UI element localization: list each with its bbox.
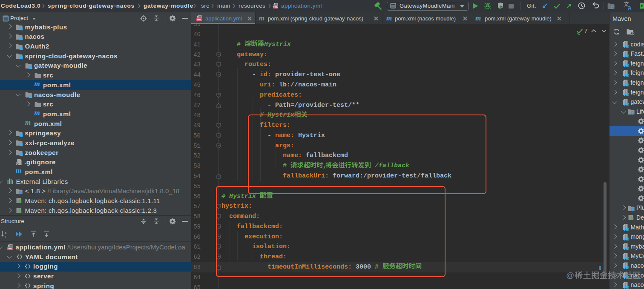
svg-text:m: m: [624, 225, 629, 232]
svg-text:m: m: [624, 61, 629, 68]
svg-text:a: a: [5, 231, 6, 234]
svg-text:m: m: [624, 244, 629, 251]
svg-text:m: m: [624, 100, 629, 107]
svg-text:YML: YML: [7, 247, 13, 250]
svg-text:m: m: [624, 235, 629, 242]
svg-text:m: m: [624, 52, 629, 59]
svg-text:YML: YML: [273, 6, 278, 8]
svg-text:S: S: [632, 32, 634, 35]
svg-text:m: m: [624, 90, 629, 97]
svg-text:YML: YML: [196, 18, 202, 21]
svg-text:z: z: [5, 235, 6, 238]
svg-text:m: m: [624, 254, 629, 261]
svg-text:A: A: [628, 5, 632, 11]
svg-text:m: m: [624, 81, 629, 88]
svg-text:m: m: [624, 283, 629, 289]
svg-text:m: m: [624, 42, 629, 49]
svg-text:m: m: [624, 263, 629, 270]
svg-text:m: m: [624, 71, 629, 78]
